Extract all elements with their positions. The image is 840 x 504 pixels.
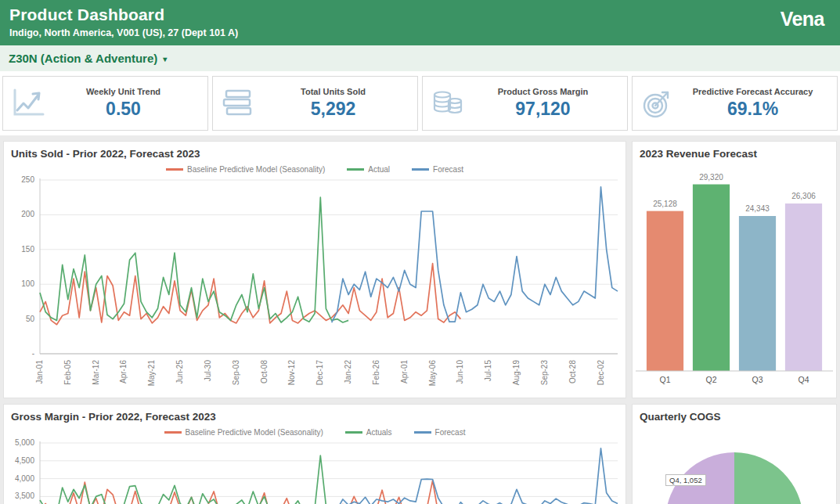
legend-label: Baseline Predictive Model (Seasonality) <box>187 165 325 174</box>
margin-chart-legend: Baseline Predictive Model (Seasonality)A… <box>4 426 625 438</box>
svg-text:Q3: Q3 <box>752 375 762 384</box>
panel-revenue-forecast: 2023 Revenue Forecast 25,128Q129,320Q224… <box>632 141 837 398</box>
svg-text:Apr-16: Apr-16 <box>119 360 128 383</box>
units-line-chart: -50100150200250Jan-01Feb-05Mar-12Apr-16M… <box>4 175 625 398</box>
svg-text:Jul-30: Jul-30 <box>204 360 212 382</box>
panel-units-sold: Units Sold - Prior 2022, Forecast 2023 B… <box>3 141 626 398</box>
stacked-books-icon <box>213 88 261 119</box>
svg-text:Oct-08: Oct-08 <box>260 360 269 383</box>
kpi-title: Predictive Forecast Accuracy <box>681 87 824 96</box>
svg-text:4,500: 4,500 <box>15 456 34 465</box>
svg-text:Q4: Q4 <box>798 375 809 384</box>
svg-text:Sep-23: Sep-23 <box>540 360 549 386</box>
svg-text:Jun-25: Jun-25 <box>175 360 184 384</box>
svg-text:Jan-01: Jan-01 <box>35 360 44 384</box>
svg-text:Jun-10: Jun-10 <box>456 360 464 384</box>
legend-item: Forecast <box>414 428 466 437</box>
svg-text:Feb-05: Feb-05 <box>63 360 72 385</box>
units-chart-title: Units Sold - Prior 2022, Forecast 2023 <box>4 142 625 161</box>
chevron-down-icon: ▾ <box>163 53 167 63</box>
legend-item: Actuals <box>345 428 392 437</box>
kpi-value: 69.1% <box>681 99 824 120</box>
page-subtitle: Indigo, North America, V001 (US), 27 (De… <box>9 27 238 38</box>
dashboard-body: Units Sold - Prior 2022, Forecast 2023 B… <box>0 135 840 504</box>
svg-text:Jan-22: Jan-22 <box>344 360 352 384</box>
kpi-text: Predictive Forecast Accuracy 69.1% <box>681 87 837 120</box>
svg-text:May-21: May-21 <box>147 360 156 387</box>
legend-swatch <box>412 168 429 171</box>
kpi-card-product-gross-margin: Product Gross Margin 97,120 <box>422 76 628 131</box>
margin-chart-title: Gross Margin - Prior 2022, Forecast 2023 <box>4 405 625 424</box>
kpi-value: 5,292 <box>261 99 405 120</box>
trend-line-icon <box>3 88 52 119</box>
svg-text:4,000: 4,000 <box>15 474 34 483</box>
svg-text:May-06: May-06 <box>428 360 437 387</box>
svg-text:Jul-15: Jul-15 <box>484 360 492 382</box>
svg-text:Q1: Q1 <box>659 375 670 384</box>
svg-text:50: 50 <box>26 315 35 323</box>
kpi-title: Total Units Sold <box>261 87 405 96</box>
legend-label: Actual <box>368 165 390 174</box>
revenue-bar-chart: 25,128Q129,320Q224,343Q326,306Q4 <box>633 161 836 394</box>
legend-swatch <box>345 431 362 434</box>
kpi-card-predictive-forecast-accuracy: Predictive Forecast Accuracy 69.1% <box>632 76 838 131</box>
header: Product Dashboard Indigo, North America,… <box>0 0 840 45</box>
svg-text:Sep-03: Sep-03 <box>232 360 240 386</box>
legend-item: Baseline Predictive Model (Seasonality) <box>166 165 325 174</box>
legend-label: Actuals <box>366 428 392 437</box>
panel-quarterly-cogs: Quarterly COGS Q4, 1,052 <box>632 404 837 504</box>
svg-text:Q2: Q2 <box>705 375 716 384</box>
vena-logo: Vena <box>781 5 829 31</box>
svg-text:Dec-17: Dec-17 <box>315 360 324 386</box>
legend-label: Baseline Predictive Model (Seasonality) <box>186 428 323 437</box>
kpi-value: 97,120 <box>471 99 615 120</box>
svg-text:5,000: 5,000 <box>15 438 34 447</box>
legend-swatch <box>347 168 364 171</box>
revenue-chart-title: 2023 Revenue Forecast <box>633 142 836 161</box>
kpi-title: Weekly Unit Trend <box>52 87 195 96</box>
svg-text:29,320: 29,320 <box>699 173 723 182</box>
header-text: Product Dashboard Indigo, North America,… <box>9 5 238 38</box>
svg-text:200: 200 <box>21 210 34 218</box>
kpi-card-weekly-unit-trend: Weekly Unit Trend 0.50 <box>2 76 208 131</box>
legend-item: Baseline Predictive Model (Seasonality) <box>164 428 323 437</box>
pie-q4-data-label: Q4, 1,052 <box>665 474 706 486</box>
kpi-value: 0.50 <box>52 99 195 120</box>
svg-text:Dec-02: Dec-02 <box>597 360 605 386</box>
kpi-text: Total Units Sold 5,292 <box>261 87 417 120</box>
svg-text:150: 150 <box>21 245 34 254</box>
svg-text:26,306: 26,306 <box>791 192 816 200</box>
kpi-text: Weekly Unit Trend 0.50 <box>52 87 207 120</box>
legend-item: Forecast <box>412 165 463 174</box>
svg-text:3,500: 3,500 <box>15 491 34 500</box>
svg-text:Mar-12: Mar-12 <box>92 360 100 385</box>
cogs-pie-wrap: Q4, 1,052 <box>665 452 803 504</box>
kpi-text: Product Gross Margin 97,120 <box>471 87 627 120</box>
svg-text:Aug-19: Aug-19 <box>512 360 521 386</box>
legend-swatch <box>414 431 431 434</box>
svg-text:250: 250 <box>21 175 34 184</box>
target-arrow-icon <box>633 88 681 119</box>
legend-label: Forecast <box>433 165 463 174</box>
product-filter-dropdown[interactable]: Z30N (Action & Adventure) ▾ <box>0 45 840 71</box>
legend-swatch <box>164 431 182 434</box>
svg-text:-: - <box>32 349 34 358</box>
page-title: Product Dashboard <box>9 5 238 24</box>
svg-text:25,128: 25,128 <box>653 200 677 208</box>
svg-text:Feb-26: Feb-26 <box>372 360 380 385</box>
product-filter-label: Z30N (Action & Adventure) <box>9 52 157 65</box>
legend-swatch <box>166 168 183 171</box>
panel-gross-margin: Gross Margin - Prior 2022, Forecast 2023… <box>3 404 626 504</box>
kpi-title: Product Gross Margin <box>471 87 615 96</box>
svg-text:24,343: 24,343 <box>745 204 770 213</box>
legend-label: Forecast <box>435 428 466 437</box>
kpi-card-total-units-sold: Total Units Sold 5,292 <box>212 76 418 131</box>
kpi-row: Weekly Unit Trend 0.50 Total Units Sold … <box>0 71 840 135</box>
svg-text:100: 100 <box>21 279 34 288</box>
units-chart-legend: Baseline Predictive Model (Seasonality)A… <box>4 163 625 175</box>
svg-text:Nov-12: Nov-12 <box>287 360 296 386</box>
legend-item: Actual <box>347 165 390 174</box>
cogs-chart-title: Quarterly COGS <box>633 405 836 424</box>
coin-stack-icon <box>423 88 471 119</box>
svg-text:Apr-01: Apr-01 <box>400 360 409 383</box>
